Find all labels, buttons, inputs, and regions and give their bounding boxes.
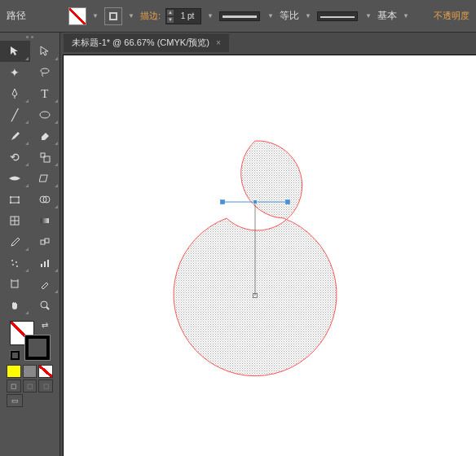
draw-mode-row: ◻ ◻ ◻ <box>7 379 53 392</box>
mesh-tool-icon[interactable] <box>0 210 30 231</box>
gradient-tool-icon[interactable] <box>30 210 60 231</box>
direct-selection-tool-icon[interactable] <box>30 41 60 62</box>
stroke-color-icon[interactable] <box>25 335 50 360</box>
brush-def-dropdown-icon[interactable]: ▼ <box>364 7 372 25</box>
svg-rect-4 <box>39 175 47 182</box>
svg-point-6 <box>10 196 11 198</box>
document-tab[interactable]: 未标题-1* @ 66.67% (CMYK/预览) × <box>64 33 229 52</box>
svg-point-9 <box>18 202 20 204</box>
tools-panel: ✦ T ╱ ⟲ ⇄ ◻ ◻ ◻ <box>0 33 60 456</box>
svg-point-28 <box>41 301 47 308</box>
fill-stroke-control[interactable]: ⇄ <box>10 321 50 360</box>
svg-rect-22 <box>41 264 42 267</box>
stroke-stepper[interactable]: ▲▼ <box>166 9 174 24</box>
svg-rect-25 <box>11 281 18 287</box>
blend-tool-icon[interactable] <box>30 231 60 252</box>
svg-rect-36 <box>221 200 225 204</box>
stroke-swatch[interactable] <box>104 7 122 25</box>
document-tabs: 未标题-1* @ 66.67% (CMYK/预览) × <box>0 33 476 52</box>
svg-rect-16 <box>41 240 45 244</box>
fill-swatch[interactable] <box>68 7 86 25</box>
profile2-dropdown-icon[interactable]: ▼ <box>402 7 410 25</box>
profile1-label: 等比 <box>280 9 299 23</box>
svg-line-29 <box>46 307 49 309</box>
fill-dropdown-icon[interactable]: ▼ <box>91 7 99 25</box>
width-profile-dropdown-icon[interactable]: ▼ <box>267 7 275 25</box>
hand-tool-icon[interactable] <box>0 295 30 316</box>
svg-point-0 <box>41 68 49 73</box>
color-mode-row <box>7 365 53 378</box>
swap-fill-stroke-icon[interactable]: ⇄ <box>42 321 48 330</box>
type-tool-icon[interactable]: T <box>30 83 60 104</box>
stroke-dropdown-icon[interactable]: ▼ <box>127 7 135 25</box>
stroke-weight-input[interactable]: ▲▼ 1 pt <box>165 8 201 24</box>
eyedropper-tool-icon[interactable] <box>0 231 30 252</box>
svg-point-18 <box>11 260 13 261</box>
width-profile[interactable] <box>219 11 260 21</box>
draw-normal-icon[interactable]: ◻ <box>7 379 21 392</box>
artboard-tool-icon[interactable] <box>0 274 30 295</box>
svg-rect-23 <box>44 261 46 267</box>
canvas[interactable] <box>60 52 476 456</box>
magic-wand-tool-icon[interactable]: ✦ <box>0 62 30 83</box>
screen-mode-icon[interactable]: ▭ <box>7 394 23 407</box>
profile2-label: 基本 <box>377 9 397 23</box>
pen-tool-icon[interactable] <box>0 83 30 104</box>
svg-rect-37 <box>286 200 290 204</box>
svg-rect-15 <box>41 218 49 223</box>
paintbrush-tool-icon[interactable] <box>0 125 30 147</box>
color-mode-color-icon[interactable] <box>7 365 21 378</box>
width-tool-icon[interactable] <box>0 168 30 189</box>
control-bar: 路径 ▼ ▼ 描边: ▲▼ 1 pt ▼ ▼ 等比 ▼ ▼ 基本 ▼ 不透明度 <box>0 0 476 33</box>
object-type-label: 路径 <box>7 9 26 23</box>
symbol-sprayer-tool-icon[interactable] <box>0 252 30 274</box>
selected-path-shape[interactable] <box>64 55 476 456</box>
eraser-tool-icon[interactable] <box>30 125 60 147</box>
svg-rect-5 <box>11 197 19 203</box>
tab-title: 未标题-1* @ 66.67% (CMYK/预览) <box>72 37 209 49</box>
rotate-tool-icon[interactable]: ⟲ <box>0 147 30 168</box>
default-fill-stroke-icon[interactable] <box>10 350 20 360</box>
svg-point-7 <box>18 196 20 198</box>
lasso-tool-icon[interactable] <box>30 62 60 83</box>
color-mode-gradient-icon[interactable] <box>23 365 37 378</box>
brush-def[interactable] <box>317 11 358 21</box>
ellipse-tool-icon[interactable] <box>30 104 60 125</box>
panel-handle-icon[interactable] <box>0 33 60 41</box>
svg-rect-35 <box>253 200 258 204</box>
stroke-label[interactable]: 描边: <box>140 10 161 22</box>
line-tool-icon[interactable]: ╱ <box>0 104 30 125</box>
svg-point-21 <box>16 265 18 267</box>
graph-tool-icon[interactable] <box>30 252 60 274</box>
draw-behind-icon[interactable]: ◻ <box>23 379 37 392</box>
zoom-tool-icon[interactable] <box>30 295 60 316</box>
free-transform-tool-icon[interactable] <box>0 189 30 210</box>
scale-tool-icon[interactable] <box>30 147 60 168</box>
svg-rect-17 <box>45 239 49 243</box>
close-icon[interactable]: × <box>216 38 221 47</box>
warp-tool-icon[interactable] <box>30 168 60 189</box>
stroke-value: 1 pt <box>174 11 201 20</box>
svg-point-1 <box>40 112 50 118</box>
selection-tool-icon[interactable] <box>0 41 30 62</box>
screen-mode-row: ▭ <box>7 394 53 407</box>
draw-inside-icon[interactable]: ◻ <box>38 379 53 392</box>
svg-rect-24 <box>47 260 49 267</box>
svg-point-20 <box>12 264 14 265</box>
opacity-label[interactable]: 不透明度 <box>434 10 469 22</box>
tool-grid: ✦ T ╱ ⟲ <box>0 41 60 316</box>
slice-tool-icon[interactable] <box>30 274 60 295</box>
profile1-dropdown-icon[interactable]: ▼ <box>304 7 312 25</box>
shape-builder-tool-icon[interactable] <box>30 189 60 210</box>
artboard[interactable] <box>64 55 476 456</box>
color-mode-none-icon[interactable] <box>38 365 53 378</box>
svg-point-8 <box>10 202 11 204</box>
svg-point-19 <box>15 261 17 263</box>
stroke-weight-dropdown-icon[interactable]: ▼ <box>206 7 214 25</box>
